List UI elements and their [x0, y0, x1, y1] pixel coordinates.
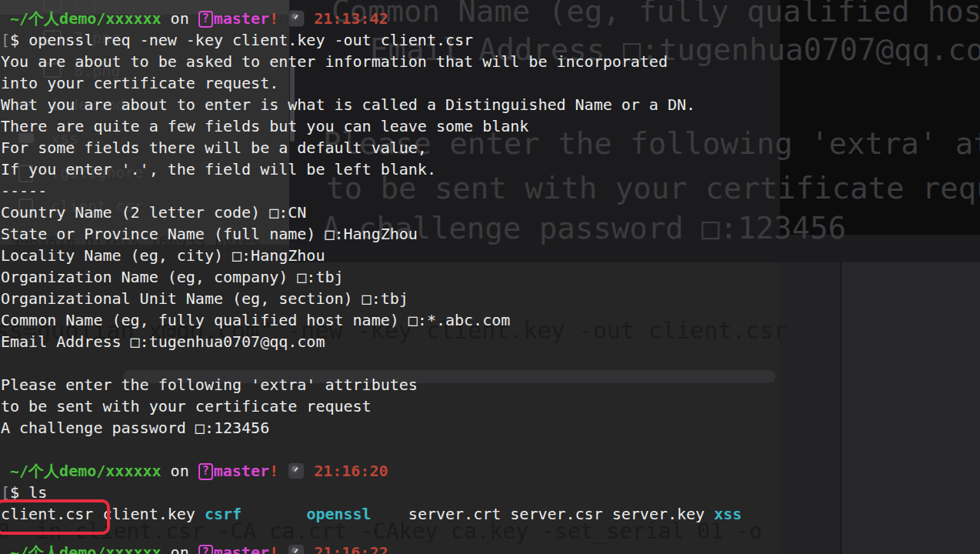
terminal-line: ~/个人demo/xxxxxx on ?master! 21:13:42 — [1, 9, 388, 28]
terminal-text-segment: into your certificate request. — [1, 74, 278, 92]
terminal-text-segment — [372, 505, 408, 523]
screen: 6.png7.png8.png<>index.mdxss.gitignorecl… — [0, 0, 980, 554]
terminal-text-segment: master — [214, 462, 269, 480]
terminal-text-segment: What you are about to enter is what is c… — [1, 95, 695, 114]
terminal-text-segment: master — [214, 9, 269, 28]
terminal-line: State or Province Name (full name) □:Han… — [1, 225, 418, 243]
terminal-line: There are quite a few fields but you can… — [1, 117, 528, 135]
terminal-text-segment: server.crt server.csr server.key — [408, 505, 714, 523]
watch-icon — [288, 10, 305, 27]
question-badge-icon: ? — [198, 11, 213, 28]
terminal-line: to be sent with your certificate request — [1, 397, 372, 416]
terminal-text-segment: xss — [714, 505, 742, 523]
terminal-text-segment: 21:13:42 — [314, 9, 388, 28]
terminal-line: For some fields there will be a default … — [1, 138, 427, 157]
watch-icon — [288, 462, 305, 479]
terminal-line: Locality Name (eg, city) □:HangZhou — [1, 246, 325, 265]
terminal-text-segment: ~/个人demo/xxxxxx — [1, 9, 162, 28]
terminal-line: Common Name (eg, fully qualified host na… — [1, 311, 510, 329]
terminal-text-segment: [ — [1, 31, 10, 49]
terminal-line: What you are about to enter is what is c… — [1, 95, 695, 114]
terminal-text-segment — [305, 462, 314, 480]
terminal-text-segment — [305, 543, 314, 554]
terminal-text-segment: ~/个人demo/xxxxxx — [1, 462, 162, 480]
watch-icon — [288, 544, 305, 554]
terminal-line: ~/个人demo/xxxxxx on ?master! 21:16:20 — [1, 462, 388, 480]
terminal-text-segment: openssl — [306, 505, 371, 523]
terminal-output: ~/个人demo/xxxxxx on ?master! 21:13:42[$ o… — [0, 0, 980, 554]
terminal-line: You are about to be asked to enter infor… — [1, 52, 668, 71]
terminal-line: A challenge password □:123456 — [1, 419, 269, 437]
terminal-line: into your certificate request. — [1, 74, 278, 92]
terminal-text-segment: For some fields there will be a default … — [1, 138, 427, 157]
terminal-text-segment — [278, 9, 288, 28]
terminal-text-segment: Email Address □:tugenhua0707@qq.com — [1, 332, 325, 351]
terminal-line: ----- — [1, 182, 47, 200]
terminal-text-segment: Common Name (eg, fully qualified host na… — [1, 311, 510, 329]
terminal-text-segment: If you enter '.', the field will be left… — [1, 160, 436, 179]
question-badge-icon: ? — [198, 463, 213, 480]
terminal-text-segment: State or Province Name (full name) □:Han… — [1, 225, 418, 243]
terminal-text-segment: on — [162, 9, 198, 28]
terminal-text-segment: Organizational Unit Name (eg, section) □… — [1, 289, 408, 308]
terminal-text-segment: to be sent with your certificate request — [1, 397, 372, 416]
terminal-text-segment: on — [162, 543, 198, 554]
terminal-line: Country Name (2 letter code) □:CN — [1, 203, 306, 222]
terminal-text-segment: A challenge password □:123456 — [1, 419, 269, 437]
terminal-text-segment — [305, 9, 314, 28]
terminal-line: If you enter '.', the field will be left… — [1, 160, 436, 179]
terminal-text-segment: ----- — [1, 182, 47, 200]
terminal-text-segment: 21:16:22 — [314, 543, 388, 554]
terminal-text-segment: csrf — [205, 505, 242, 523]
terminal-line: ~/个人demo/xxxxxx on ?master! 21:16:22 — [1, 543, 388, 554]
terminal-text-segment: on — [162, 462, 198, 480]
terminal-text-segment — [278, 543, 288, 554]
terminal-text-segment: master — [214, 543, 269, 554]
terminal-text-segment: Locality Name (eg, city) □:HangZhou — [1, 246, 325, 265]
terminal-line: Organization Name (eg, company) □:tbj — [1, 268, 344, 286]
question-badge-icon: ? — [198, 545, 213, 554]
terminal-text-segment: $ openssl req -new -key client.key -out … — [10, 31, 473, 49]
terminal-text-segment — [278, 462, 288, 480]
terminal-text-segment: Please enter the following 'extra' attri… — [1, 375, 418, 394]
terminal-text-segment: You are about to be asked to enter infor… — [1, 52, 668, 71]
terminal-line: [$ openssl req -new -key client.key -out… — [1, 31, 473, 49]
terminal-text-segment: There are quite a few fields but you can… — [1, 117, 528, 135]
highlight-annotation-box — [0, 499, 110, 535]
terminal-text-segment: ! — [269, 9, 278, 28]
terminal-line: Organizational Unit Name (eg, section) □… — [1, 289, 408, 308]
terminal-text-segment: 21:16:20 — [314, 462, 388, 480]
terminal-text-segment: ! — [269, 462, 278, 480]
terminal-line: Email Address □:tugenhua0707@qq.com — [1, 332, 325, 351]
terminal-line: client.csr client.key csrf openssl serve… — [1, 505, 742, 523]
terminal-text-segment: Organization Name (eg, company) □:tbj — [1, 268, 344, 286]
terminal-text-segment: ~/个人demo/xxxxxx — [1, 543, 162, 554]
terminal-text-segment: Country Name (2 letter code) □:CN — [1, 203, 306, 222]
terminal-text-segment — [242, 505, 306, 523]
terminal-text-segment: ! — [269, 543, 278, 554]
terminal-line: Please enter the following 'extra' attri… — [1, 375, 418, 394]
